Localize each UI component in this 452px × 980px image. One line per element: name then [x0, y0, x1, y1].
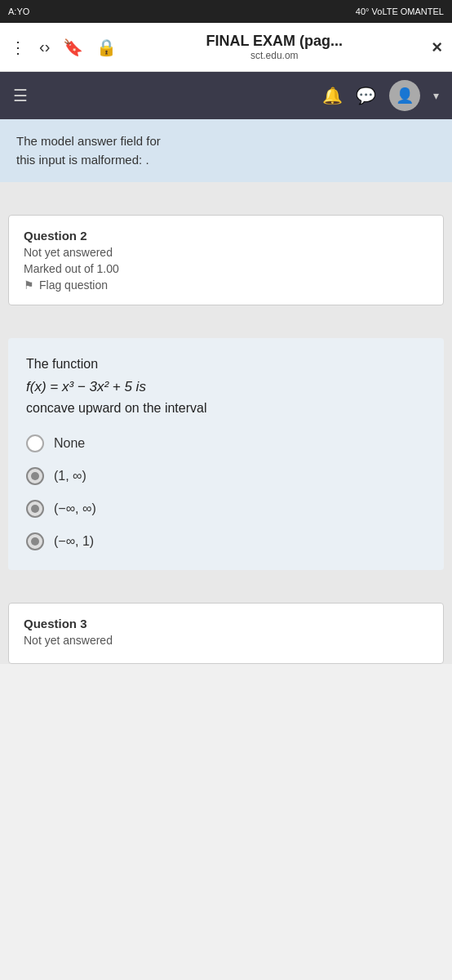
page-subtitle: sct.edu.om [250, 50, 299, 61]
question-3-status: Not yet answered [24, 634, 428, 647]
math-formula: f(x) = x³ − 3x² + 5 is [26, 379, 426, 395]
nav-bar: ⋮ ‹› 🔖 🔒 FINAL EXAM (pag... sct.edu.om × [0, 23, 452, 72]
radio-1-inf[interactable] [26, 467, 44, 485]
hamburger-icon[interactable]: ☰ [13, 86, 28, 105]
radio-inner-4 [31, 537, 39, 546]
option-1-inf-text: (1, ∞) [54, 469, 86, 483]
avatar-icon: 👤 [396, 87, 414, 105]
close-icon[interactable]: × [432, 37, 442, 57]
question-2-card: Question 2 Not yet answered Marked out o… [8, 215, 444, 305]
notice-line1: The model answer field for [16, 134, 161, 148]
flag-icon: ⚑ [24, 278, 34, 292]
status-right: 40° VoLTE OMANTEL [356, 7, 444, 16]
toolbar-right: 🔔 💬 👤 ▾ [322, 80, 439, 111]
status-time: A:YO [8, 7, 29, 16]
status-bar: A:YO 40° VoLTE OMANTEL [0, 0, 452, 23]
option-neg-inf-1-text: (−∞, 1) [54, 534, 94, 549]
status-network: 40° VoLTE OMANTEL [356, 7, 444, 16]
nav-center: FINAL EXAM (pag... sct.edu.om [206, 33, 343, 61]
close-button[interactable]: × [432, 37, 442, 58]
notice-line2: this input is malformed: . [16, 153, 149, 167]
more-options-icon[interactable]: ⋮ [10, 38, 26, 57]
radio-neg-inf-inf[interactable] [26, 500, 44, 518]
question-3-card: Question 3 Not yet answered [8, 603, 444, 664]
share-icon[interactable]: ‹› [39, 38, 50, 56]
nav-left-icons: ⋮ ‹› 🔖 🔒 [10, 38, 117, 57]
page-title: FINAL EXAM (pag... [206, 33, 343, 50]
toolbar-left: ☰ [13, 86, 28, 105]
radio-inner [31, 472, 39, 480]
radio-neg-inf-1[interactable] [26, 532, 44, 550]
option-1-inf[interactable]: (1, ∞) [26, 467, 426, 485]
flag-question-2[interactable]: ⚑ Flag question [24, 278, 428, 292]
flag-label: Flag question [39, 278, 108, 292]
notice-box: The model answer field for this input is… [0, 119, 452, 182]
avatar[interactable]: 👤 [389, 80, 420, 111]
question-2-marked: Marked out of 1.00 [24, 262, 428, 275]
option-list: None (1, ∞) (−∞, ∞) (−∞, 1 [26, 434, 426, 550]
question-3-word: Question [24, 617, 77, 630]
main-content: The model answer field for this input is… [0, 119, 452, 664]
option-none-text: None [54, 436, 85, 451]
bookmark-icon[interactable]: 🔖 [63, 38, 83, 57]
option-neg-inf-inf[interactable]: (−∞, ∞) [26, 500, 426, 518]
question-2-status: Not yet answered [24, 246, 428, 259]
toolbar-secondary: ☰ 🔔 💬 👤 ▾ [0, 72, 452, 119]
question-continuation: concave upward on the interval [26, 399, 426, 418]
question-3-label: Question 3 [24, 617, 428, 630]
question-2-number: 2 [80, 229, 86, 243]
option-none[interactable]: None [26, 434, 426, 452]
question-3-number: 3 [80, 617, 86, 630]
lock-icon[interactable]: 🔒 [96, 38, 117, 57]
option-neg-inf-1[interactable]: (−∞, 1) [26, 532, 426, 550]
radio-inner-3 [31, 505, 39, 513]
question-intro: The function [26, 354, 426, 374]
bell-icon[interactable]: 🔔 [322, 86, 343, 105]
question-2-word: Question [24, 229, 77, 243]
chevron-down-icon[interactable]: ▾ [433, 89, 439, 102]
question-2-body: The function f(x) = x³ − 3x² + 5 is conc… [8, 338, 444, 570]
question-2-label: Question 2 [24, 229, 428, 243]
chat-icon[interactable]: 💬 [356, 86, 376, 105]
option-neg-inf-inf-text: (−∞, ∞) [54, 501, 96, 516]
radio-none[interactable] [26, 434, 44, 452]
status-left: A:YO [8, 7, 29, 16]
